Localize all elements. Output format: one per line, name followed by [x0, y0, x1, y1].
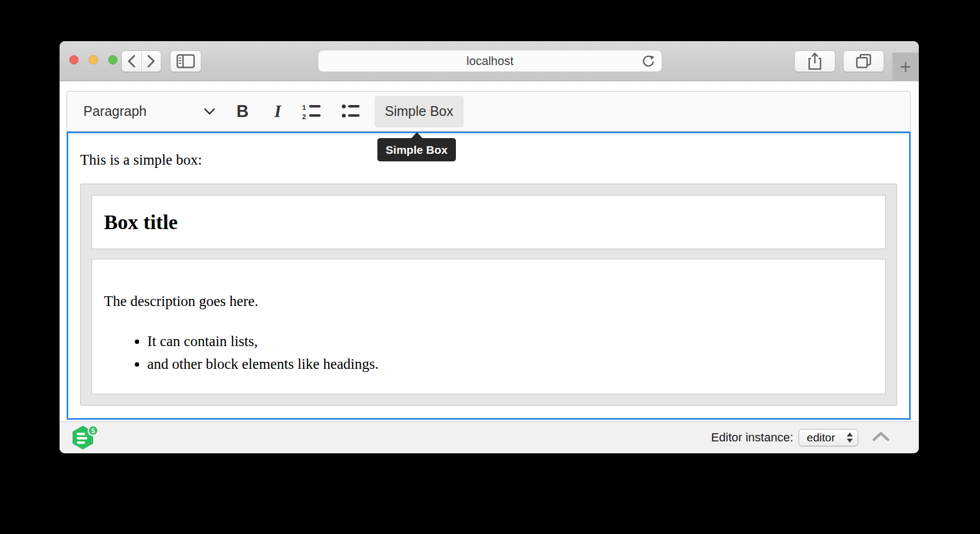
- plus-icon: +: [900, 57, 911, 77]
- editor-instance-label: Editor instance:: [711, 431, 793, 445]
- chevron-down-icon: [204, 108, 215, 115]
- italic-icon: I: [275, 101, 281, 121]
- italic-button[interactable]: I: [265, 96, 290, 127]
- close-window-button[interactable]: [69, 55, 79, 64]
- intro-paragraph: This is a simple box:: [80, 150, 897, 170]
- refresh-icon: [641, 54, 655, 68]
- description-list: It can contain lists, and other block el…: [104, 330, 873, 375]
- web-page: Paragraph B I 1 2: [60, 81, 919, 421]
- heading-dropdown-label: Paragraph: [83, 103, 147, 119]
- editor-toolbar: Paragraph B I 1 2: [67, 91, 911, 132]
- numbered-list-icon: 1 2: [302, 103, 322, 120]
- zoom-window-button[interactable]: [108, 55, 117, 64]
- window-controls: [69, 55, 117, 64]
- editor-instance-select[interactable]: editor: [799, 429, 858, 446]
- history-nav: [121, 50, 161, 72]
- simple-box-button[interactable]: Simple Box: [375, 96, 463, 127]
- editor-editable[interactable]: This is a simple box: Box title The desc…: [67, 132, 911, 420]
- chevron-left-icon: [126, 54, 137, 68]
- share-icon: [807, 52, 823, 70]
- select-arrows-icon: [846, 432, 853, 444]
- simple-box-tooltip: Simple Box: [377, 138, 456, 161]
- tabs-overview-icon: [855, 53, 872, 69]
- chevron-up-icon: [872, 432, 890, 441]
- bold-icon: B: [237, 102, 249, 121]
- numbered-list-button[interactable]: 1 2: [298, 96, 326, 127]
- svg-text:2: 2: [302, 113, 306, 120]
- simple-box-button-label: Simple Box: [385, 103, 453, 119]
- browser-chrome: localhost +: [60, 41, 919, 81]
- browser-window: localhost +: [60, 41, 919, 453]
- simple-box-title[interactable]: Box title: [92, 195, 886, 249]
- simple-box-description[interactable]: The description goes here. It can contai…: [92, 259, 886, 394]
- refresh-button[interactable]: [641, 54, 655, 71]
- sidebar-icon: [177, 54, 195, 68]
- url-text: localhost: [467, 54, 514, 68]
- expand-inspector-button[interactable]: [872, 432, 890, 444]
- minimize-window-button[interactable]: [89, 55, 98, 64]
- list-item: and other block elements like headings.: [147, 353, 873, 375]
- show-all-tabs-button[interactable]: [843, 50, 884, 72]
- forward-button[interactable]: [141, 51, 161, 71]
- description-paragraph: The description goes here.: [104, 292, 873, 310]
- svg-text:1: 1: [302, 103, 306, 112]
- bulleted-list-icon: [341, 103, 361, 120]
- bold-button[interactable]: B: [230, 96, 256, 127]
- tooltip-label: Simple Box: [386, 144, 447, 157]
- simple-box-widget[interactable]: Box title The description goes here. It …: [80, 184, 897, 406]
- instance-group: Editor instance: editor: [711, 429, 858, 446]
- back-button[interactable]: [122, 51, 141, 71]
- logo-badge: 5: [92, 427, 95, 435]
- inspector-controls: Editor instance: editor: [711, 422, 890, 453]
- bulleted-list-button[interactable]: [337, 96, 365, 127]
- address-bar[interactable]: localhost: [318, 50, 662, 72]
- new-tab-button[interactable]: +: [892, 53, 919, 81]
- sidebar-toggle-button[interactable]: [170, 50, 201, 72]
- heading-dropdown[interactable]: Paragraph: [83, 96, 219, 127]
- chevron-right-icon: [146, 54, 156, 68]
- list-item: It can contain lists,: [147, 330, 873, 353]
- share-button[interactable]: [794, 50, 835, 72]
- inspector-bar: 5 Editor instance: editor: [60, 421, 919, 453]
- selected-instance: editor: [807, 431, 835, 444]
- ckeditor-logo-icon[interactable]: 5: [73, 425, 100, 453]
